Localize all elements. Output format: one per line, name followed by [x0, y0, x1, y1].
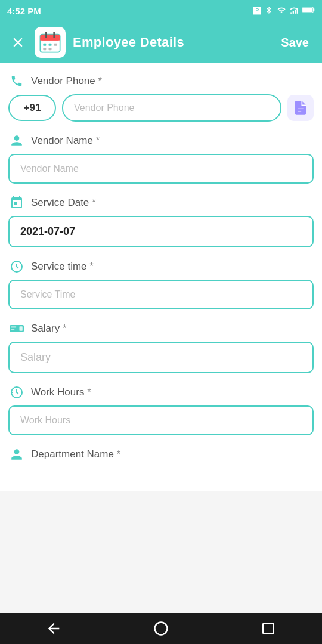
- svg-rect-2: [295, 9, 296, 13]
- phone-row: +91: [8, 94, 314, 122]
- notes-icon: [287, 95, 314, 121]
- status-bar: 4:52 PM 🅿: [0, 0, 322, 21]
- clock-icon: [8, 258, 25, 275]
- status-time: 4:52 PM: [7, 6, 41, 16]
- service-date-label-row: Service Date *: [8, 194, 314, 211]
- form-content: Vendor Phone * +91 Vendor N: [0, 63, 322, 491]
- person-icon: [8, 132, 25, 149]
- department-icon: [8, 446, 25, 463]
- svg-point-26: [155, 623, 168, 635]
- svg-rect-23: [20, 326, 23, 331]
- vendor-phone-field: Vendor Phone * +91: [8, 73, 314, 122]
- svg-rect-9: [40, 38, 60, 40]
- header: Employee Details Save: [0, 21, 322, 63]
- svg-rect-16: [49, 48, 52, 50]
- vendor-phone-input[interactable]: [62, 94, 281, 122]
- signal-icon: [290, 6, 298, 16]
- wifi-icon: [277, 6, 286, 16]
- vendor-name-field: Vendor Name *: [8, 132, 314, 184]
- service-time-field: Service time *: [8, 258, 314, 309]
- service-date-field: Service Date *: [8, 194, 314, 247]
- status-icons: 🅿: [253, 6, 315, 16]
- svg-rect-14: [54, 44, 57, 46]
- department-name-label-row: Department Name *: [8, 446, 314, 463]
- vendor-name-label: Vendor Name *: [31, 135, 100, 147]
- salary-icon: [8, 320, 25, 337]
- work-hours-input[interactable]: [8, 405, 314, 435]
- vendor-phone-label: Vendor Phone *: [31, 75, 102, 87]
- bottom-navigation: [0, 613, 322, 644]
- vendor-name-input[interactable]: [8, 154, 314, 184]
- p-icon: 🅿: [253, 7, 261, 16]
- save-button[interactable]: Save: [276, 32, 314, 53]
- service-time-label-row: Service time *: [8, 258, 314, 275]
- salary-input[interactable]: [8, 342, 314, 373]
- work-hours-label: Work Hours *: [31, 386, 91, 398]
- service-time-input[interactable]: [8, 280, 314, 309]
- svg-rect-3: [297, 8, 298, 13]
- work-hours-field: Work Hours *: [8, 384, 314, 435]
- svg-rect-0: [290, 12, 292, 13]
- salary-label-row: Salary *: [8, 320, 314, 337]
- country-code[interactable]: +91: [8, 95, 56, 121]
- work-hours-label-row: Work Hours *: [8, 384, 314, 401]
- vendor-phone-label-row: Vendor Phone *: [8, 73, 314, 89]
- battery-icon: [302, 6, 315, 16]
- bluetooth-icon: [265, 6, 273, 16]
- svg-rect-6: [302, 8, 312, 12]
- svg-rect-21: [11, 326, 16, 327]
- department-name-field: Department Name *: [8, 446, 314, 463]
- salary-field: Salary *: [8, 320, 314, 373]
- svg-rect-13: [49, 44, 52, 46]
- svg-rect-5: [313, 8, 314, 11]
- service-date-input[interactable]: [8, 216, 314, 247]
- svg-rect-22: [11, 329, 14, 330]
- back-button[interactable]: [39, 614, 69, 643]
- recent-apps-button[interactable]: [253, 614, 283, 643]
- service-date-label: Service Date *: [31, 197, 96, 209]
- calendar-icon: [8, 194, 25, 211]
- home-button[interactable]: [146, 614, 176, 643]
- service-time-label: Service time *: [31, 261, 94, 273]
- page-title: Employee Details: [73, 35, 269, 50]
- close-button[interactable]: [8, 33, 27, 52]
- department-name-label: Department Name *: [31, 448, 120, 460]
- svg-rect-12: [43, 44, 46, 46]
- svg-rect-15: [43, 48, 46, 50]
- salary-label: Salary *: [31, 323, 67, 335]
- work-hours-icon: [8, 384, 25, 401]
- phone-icon: [8, 73, 25, 89]
- vendor-name-label-row: Vendor Name *: [8, 132, 314, 149]
- svg-rect-1: [293, 11, 294, 14]
- app-icon: [35, 27, 66, 58]
- svg-rect-27: [263, 623, 274, 634]
